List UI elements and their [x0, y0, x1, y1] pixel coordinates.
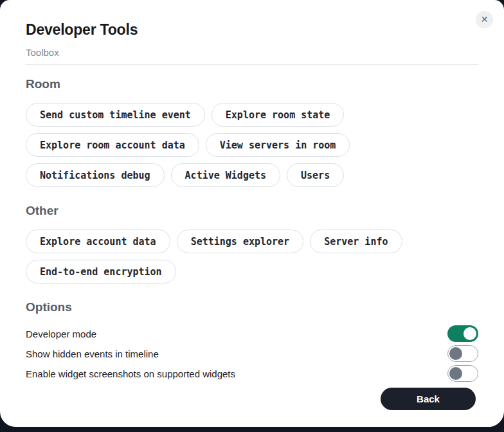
- button-users[interactable]: Users: [287, 163, 344, 187]
- back-button[interactable]: Back: [381, 388, 476, 410]
- option-row: Show hidden events in timeline: [26, 345, 478, 362]
- options-rows: Developer mode Show hidden events in tim…: [26, 325, 478, 382]
- tool-button-row: Explore account dataSettings explorerSer…: [26, 230, 478, 284]
- option-row: Enable widget screenshots on supported w…: [26, 365, 478, 382]
- button-active-widgets[interactable]: Active Widgets: [171, 163, 280, 187]
- option-label: Developer mode: [26, 328, 96, 339]
- modal-backdrop: ✕ Developer Tools Toolbox Room Send cust…: [0, 0, 504, 432]
- toggle-knob: [449, 347, 462, 360]
- section-heading-options: Options: [26, 300, 478, 314]
- button-end-to-end-encryption[interactable]: End-to-end encryption: [26, 260, 176, 284]
- button-explore-account-data[interactable]: Explore account data: [26, 230, 170, 253]
- tool-section: Room Send custom timeline eventExplore r…: [26, 77, 478, 187]
- option-label: Enable widget screenshots on supported w…: [26, 368, 235, 379]
- toggle-enable-widget-screenshots-on-supported-widgets[interactable]: [447, 365, 478, 382]
- button-notifications-debug[interactable]: Notifications debug: [26, 163, 165, 187]
- toggle-developer-mode[interactable]: [447, 325, 478, 342]
- option-row: Developer mode: [26, 325, 478, 342]
- button-send-custom-timeline-event[interactable]: Send custom timeline event: [26, 103, 205, 127]
- tool-button-row: Send custom timeline eventExplore room s…: [26, 103, 478, 187]
- button-settings-explorer[interactable]: Settings explorer: [177, 230, 304, 253]
- tool-section: Other Explore account dataSettings explo…: [26, 204, 478, 284]
- dialog-subtitle: Toolbox: [26, 47, 478, 58]
- section-heading-room: Room: [26, 77, 478, 91]
- button-explore-room-state[interactable]: Explore room state: [212, 103, 345, 127]
- options-section: Options Developer mode Show hidden event…: [26, 300, 478, 382]
- button-explore-room-account-data[interactable]: Explore room account data: [26, 133, 199, 157]
- section-heading-other: Other: [26, 204, 478, 217]
- option-label: Show hidden events in timeline: [26, 348, 159, 359]
- dialog-title: Developer Tools: [26, 0, 478, 38]
- button-server-info[interactable]: Server info: [310, 230, 402, 253]
- close-icon[interactable]: ✕: [476, 11, 493, 28]
- divider: [26, 64, 478, 65]
- button-view-servers-in-room[interactable]: View servers in room: [206, 133, 350, 157]
- toggle-knob: [449, 367, 462, 380]
- toggle-show-hidden-events-in-timeline[interactable]: [447, 345, 478, 362]
- developer-tools-dialog: ✕ Developer Tools Toolbox Room Send cust…: [0, 0, 504, 427]
- toggle-knob: [464, 327, 476, 340]
- tool-sections: Room Send custom timeline eventExplore r…: [26, 77, 478, 284]
